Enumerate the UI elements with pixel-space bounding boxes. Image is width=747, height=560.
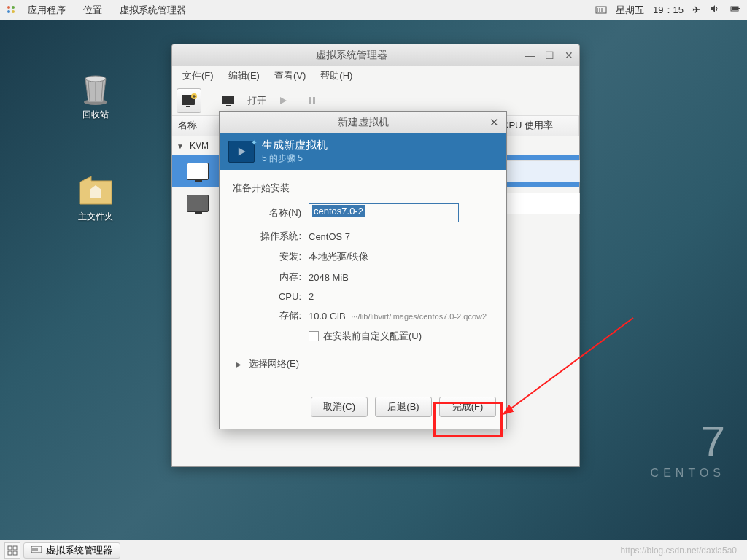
maximize-button[interactable]: ☐	[545, 50, 554, 61]
chevron-right-icon: ▶	[236, 360, 241, 368]
panel-time: 19：15	[653, 4, 684, 17]
vm-tray-icon[interactable]	[595, 4, 607, 16]
svg-rect-13	[222, 96, 234, 104]
network-expander[interactable]: ▶ 选择网络(E)	[236, 357, 493, 370]
show-desktop-button[interactable]	[4, 542, 20, 559]
svg-rect-19	[13, 546, 17, 550]
dialog-close-button[interactable]: ✕	[489, 116, 499, 129]
svg-point-0	[7, 6, 10, 9]
dialog-title-text: 新建虚拟机	[338, 116, 389, 129]
open-label: 打开	[247, 94, 266, 107]
menu-locations[interactable]: 位置	[76, 1, 109, 20]
expander-icon[interactable]: ▼	[177, 142, 187, 150]
vmm-menubar: 文件(F) 编辑(E) 查看(V) 帮助(H)	[172, 66, 579, 85]
dialog-header-text: 生成新虚拟机	[262, 139, 328, 152]
run-button[interactable]	[271, 88, 295, 113]
svg-point-2	[7, 10, 10, 13]
volume-icon[interactable]	[709, 3, 721, 17]
desktop-home[interactable]: 主文件夹	[70, 168, 121, 223]
install-value: 本地光驱/映像	[309, 250, 493, 263]
menu-applications[interactable]: 应用程序	[20, 1, 73, 20]
customize-checkbox[interactable]	[309, 331, 319, 341]
menu-view[interactable]: 查看(V)	[268, 67, 311, 85]
svg-rect-11	[186, 106, 190, 107]
menu-edit[interactable]: 编辑(E)	[222, 67, 266, 85]
menu-file[interactable]: 文件(F)	[177, 67, 220, 85]
svg-point-1	[12, 6, 15, 9]
ram-label: 内存:	[233, 271, 301, 284]
battery-icon[interactable]	[729, 3, 741, 17]
top-panel: 应用程序 位置 虚拟系统管理器 星期五 19：15 ✈	[0, 0, 747, 20]
svg-point-3	[12, 10, 15, 13]
svg-rect-6	[738, 8, 740, 9]
menu-vmm[interactable]: 虚拟系统管理器	[112, 1, 193, 20]
cpu-label: CPU:	[233, 291, 301, 302]
dialog-header: ✦ 生成新虚拟机 5 的步骤 5	[220, 133, 506, 170]
name-label: 名称(N)	[233, 206, 301, 219]
monitor-icon	[187, 195, 209, 212]
bottom-panel: 虚拟系统管理器 https://blog.csdn.net/daxia5a0	[0, 540, 747, 560]
ram-value: 2048 MiB	[309, 272, 493, 283]
form-heading: 准备开始安装	[233, 182, 493, 195]
cpu-value: 2	[309, 291, 493, 302]
finish-button[interactable]: 完成(F)	[439, 397, 496, 417]
task-vmm[interactable]: 虚拟系统管理器	[23, 542, 120, 559]
airplane-icon[interactable]: ✈	[692, 4, 700, 15]
dialog-titlebar[interactable]: 新建虚拟机 ✕	[220, 112, 506, 133]
svg-rect-16	[313, 97, 315, 104]
install-label: 安装:	[233, 250, 301, 263]
activities-icon	[6, 4, 18, 16]
close-button[interactable]: ✕	[565, 50, 573, 61]
panel-day: 星期五	[616, 4, 644, 17]
svg-rect-15	[309, 97, 311, 104]
trash-label: 回收站	[70, 109, 121, 121]
vmm-titlebar[interactable]: 虚拟系统管理器 — ☐ ✕	[172, 44, 579, 66]
storage-value: 10.0 GiB	[309, 311, 346, 322]
storage-label: 存储:	[233, 309, 301, 322]
os-label: 操作系统:	[233, 230, 301, 243]
vm-wizard-icon: ✦	[228, 141, 255, 163]
svg-rect-20	[8, 551, 12, 555]
cancel-button[interactable]: 取消(C)	[311, 397, 368, 417]
os-value: CentOS 7	[309, 231, 493, 242]
svg-rect-7	[732, 7, 738, 10]
menu-help[interactable]: 帮助(H)	[314, 67, 358, 85]
monitor-icon	[187, 163, 209, 180]
minimize-button[interactable]: —	[525, 50, 535, 61]
cpu-cell	[504, 160, 580, 182]
open-vm-button[interactable]	[217, 88, 241, 113]
centos-brand: 7 CENTOS	[651, 416, 725, 480]
svg-rect-21	[13, 551, 17, 555]
cpu-cell	[504, 192, 580, 214]
col-cpu[interactable]: CPU 使用率	[496, 116, 579, 136]
name-input[interactable]: centos7.0-2	[309, 203, 459, 222]
new-vm-button[interactable]	[177, 88, 201, 113]
pause-button[interactable]	[300, 88, 325, 113]
vmm-title: 虚拟系统管理器	[178, 49, 525, 62]
dialog-step-text: 5 的步骤 5	[262, 152, 328, 165]
customize-label: 在安装前自定义配置(U)	[323, 330, 422, 343]
home-label: 主文件夹	[70, 211, 121, 223]
back-button[interactable]: 后退(B)	[375, 397, 432, 417]
svg-rect-18	[8, 546, 12, 550]
svg-rect-14	[226, 105, 231, 106]
storage-path: ···/lib/libvirt/images/centos7.0-2.qcow2	[351, 312, 487, 321]
watermark: https://blog.csdn.net/daxia5a0	[621, 545, 743, 556]
new-vm-dialog: 新建虚拟机 ✕ ✦ 生成新虚拟机 5 的步骤 5 准备开始安装 名称(N) ce…	[219, 111, 507, 429]
svg-point-9	[85, 76, 106, 82]
desktop-trash[interactable]: 回收站	[70, 66, 121, 121]
